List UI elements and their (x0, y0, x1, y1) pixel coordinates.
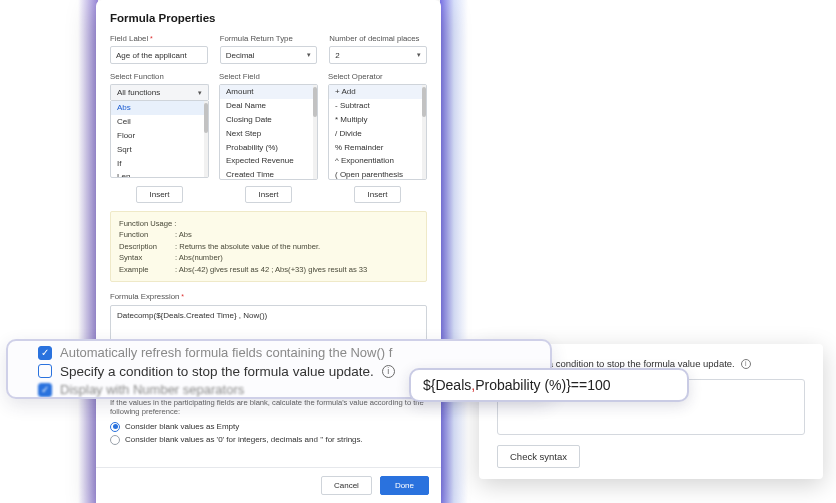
field-listbox[interactable]: Amount Deal Name Closing Date Next Step … (219, 84, 318, 180)
decimal-places-select[interactable]: 2 (329, 46, 427, 64)
list-item[interactable]: - Subtract (329, 99, 426, 113)
return-type-select[interactable]: Decimal (220, 46, 318, 64)
callout-line: Automatically refresh formula fields con… (60, 345, 392, 360)
list-item[interactable]: % Remainder (329, 140, 426, 154)
list-item[interactable]: Amount (220, 85, 317, 99)
decimal-places-label: Number of decimal places (329, 34, 427, 43)
done-button[interactable]: Done (380, 476, 429, 495)
list-item[interactable]: Closing Date (220, 113, 317, 127)
cancel-button[interactable]: Cancel (321, 476, 372, 495)
list-item[interactable]: Len (111, 170, 208, 178)
list-item[interactable]: Sqrt (111, 142, 208, 156)
list-item[interactable]: / Divide (329, 126, 426, 140)
blank-opt-zero[interactable]: Consider blank values as '0' for integer… (110, 435, 427, 445)
select-operator-label: Select Operator (328, 72, 427, 81)
condition-expression-callout: ${Deals,Probability (%)}==100 (409, 368, 689, 402)
function-usage-box: Function Usage : Function: Abs Descripti… (110, 211, 427, 282)
field-label-label: Field Label (110, 34, 208, 43)
checkbox-icon[interactable] (38, 364, 52, 378)
list-item[interactable]: Deal Name (220, 99, 317, 113)
list-item[interactable]: Probability (%) (220, 140, 317, 154)
card-title: Formula Properties (110, 12, 427, 24)
scrollbar-thumb[interactable] (313, 87, 317, 117)
list-item[interactable]: Created Time (220, 168, 317, 180)
list-item[interactable]: If (111, 156, 208, 170)
callout-line: Display with Number separators (60, 382, 244, 397)
field-label-input[interactable]: Age of the applicant (110, 46, 208, 64)
info-icon[interactable]: i (741, 359, 751, 369)
insert-function-button[interactable]: Insert (136, 186, 182, 203)
formula-properties-card: Formula Properties Field Label Age of th… (96, 0, 441, 503)
select-field-label: Select Field (219, 72, 318, 81)
list-item[interactable]: Floor (111, 129, 208, 143)
list-item[interactable]: Expected Revenue (220, 154, 317, 168)
card-footer: Cancel Done (96, 467, 441, 503)
insert-operator-button[interactable]: Insert (354, 186, 400, 203)
function-filter-select[interactable]: All functions (110, 84, 209, 100)
radio-icon (110, 435, 120, 445)
scrollbar-thumb[interactable] (422, 87, 426, 117)
list-item[interactable]: + Add (329, 85, 426, 99)
info-icon[interactable]: i (382, 365, 395, 378)
list-item[interactable]: Ceil (111, 115, 208, 129)
operator-listbox[interactable]: + Add - Subtract * Multiply / Divide % R… (328, 84, 427, 180)
callout-main-label: Specify a condition to stop the formula … (60, 364, 374, 379)
checkbox-icon (38, 383, 52, 397)
blank-pref-hint: If the values in the participating field… (110, 398, 427, 416)
return-type-label: Formula Return Type (220, 34, 318, 43)
list-item[interactable]: ^ Exponentiation (329, 154, 426, 168)
insert-field-button[interactable]: Insert (245, 186, 291, 203)
radio-icon (110, 422, 120, 432)
list-item[interactable]: Next Step (220, 126, 317, 140)
blank-opt-empty[interactable]: Consider blank values as Empty (110, 422, 427, 432)
list-item[interactable]: * Multiply (329, 113, 426, 127)
check-syntax-button-2[interactable]: Check syntax (497, 445, 580, 468)
checkbox-icon (38, 346, 52, 360)
expression-label: Formula Expression (110, 292, 427, 301)
function-listbox[interactable]: Abs Ceil Floor Sqrt If Len (110, 100, 209, 178)
select-function-label: Select Function (110, 72, 209, 81)
scrollbar-thumb[interactable] (204, 103, 208, 133)
list-item[interactable]: Abs (111, 101, 208, 115)
list-item[interactable]: ( Open parenthesis (329, 168, 426, 180)
